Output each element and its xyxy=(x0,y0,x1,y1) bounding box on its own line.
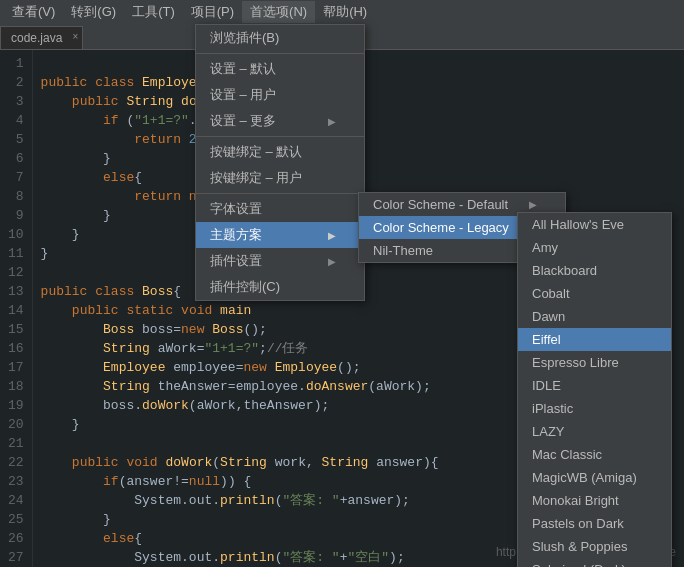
menu-item-plugin-settings[interactable]: 插件设置▶ xyxy=(196,248,364,274)
menu-item-idle[interactable]: IDLE xyxy=(518,374,671,397)
menu-item-espresso-libre[interactable]: Espresso Libre xyxy=(518,351,671,374)
menu-help[interactable]: 帮助(H) xyxy=(315,1,375,23)
menu-item-mac-classic[interactable]: Mac Classic xyxy=(518,443,671,466)
submenu-arrow-icon: ▶ xyxy=(328,256,336,267)
menu-item-all-hallows-eve[interactable]: All Hallow's Eve xyxy=(518,213,671,236)
menu-preferences[interactable]: 首选项(N) xyxy=(242,1,315,23)
menu-theme-list-dropdown: All Hallow's Eve Amy Blackboard Cobalt D… xyxy=(517,212,672,567)
submenu-arrow-icon: ▶ xyxy=(328,230,336,241)
separator xyxy=(196,53,364,54)
menu-item-monokai-bright[interactable]: Monokai Bright xyxy=(518,489,671,512)
tab-label: code.java xyxy=(11,31,62,45)
menu-item-dawn[interactable]: Dawn xyxy=(518,305,671,328)
menu-item-keybind-default[interactable]: 按键绑定 – 默认 xyxy=(196,139,364,165)
submenu-arrow-icon: ▶ xyxy=(328,116,336,127)
menubar: 查看(V) 转到(G) 工具(T) 项目(P) 首选项(N) 帮助(H) xyxy=(0,0,684,24)
separator xyxy=(196,136,364,137)
menu-item-font-settings[interactable]: 字体设置 xyxy=(196,196,364,222)
menu-item-magicwb[interactable]: MagicWB (Amiga) xyxy=(518,466,671,489)
menu-view[interactable]: 查看(V) xyxy=(4,1,63,23)
menu-tools[interactable]: 工具(T) xyxy=(124,1,183,23)
menu-item-settings-default[interactable]: 设置 – 默认 xyxy=(196,56,364,82)
menu-item-lazy[interactable]: LAZY xyxy=(518,420,671,443)
menu-item-blackboard[interactable]: Blackboard xyxy=(518,259,671,282)
menu-item-cobalt[interactable]: Cobalt xyxy=(518,282,671,305)
menu-item-pastels-dark[interactable]: Pastels on Dark xyxy=(518,512,671,535)
menu-item-iplastic[interactable]: iPlastic xyxy=(518,397,671,420)
menu-item-browse-plugins[interactable]: 浏览插件(B) xyxy=(196,25,364,51)
menu-item-eiffel[interactable]: Eiffel xyxy=(518,328,671,351)
menu-item-settings-more[interactable]: 设置 – 更多▶ xyxy=(196,108,364,134)
tab-code-java[interactable]: code.java × xyxy=(0,26,83,49)
menu-preferences-dropdown: 浏览插件(B) 设置 – 默认 设置 – 用户 设置 – 更多▶ 按键绑定 – … xyxy=(195,24,365,301)
menu-item-theme-scheme[interactable]: 主题方案▶ xyxy=(196,222,364,248)
menu-item-solarized-dark[interactable]: Solarized (Dark) xyxy=(518,558,671,567)
line-numbers: 1 2 3 4 5 6 7 8 9 10 11 12 13 14 15 16 1… xyxy=(0,50,33,567)
menu-item-settings-user[interactable]: 设置 – 用户 xyxy=(196,82,364,108)
tab-close-button[interactable]: × xyxy=(73,31,79,42)
menu-goto[interactable]: 转到(G) xyxy=(63,1,124,23)
menu-item-plugin-control[interactable]: 插件控制(C) xyxy=(196,274,364,300)
separator xyxy=(196,193,364,194)
menu-item-slush-poppies[interactable]: Slush & Poppies xyxy=(518,535,671,558)
menu-item-keybind-user[interactable]: 按键绑定 – 用户 xyxy=(196,165,364,191)
menu-item-amy[interactable]: Amy xyxy=(518,236,671,259)
menu-project[interactable]: 项目(P) xyxy=(183,1,242,23)
submenu-arrow-icon: ▶ xyxy=(529,199,537,210)
